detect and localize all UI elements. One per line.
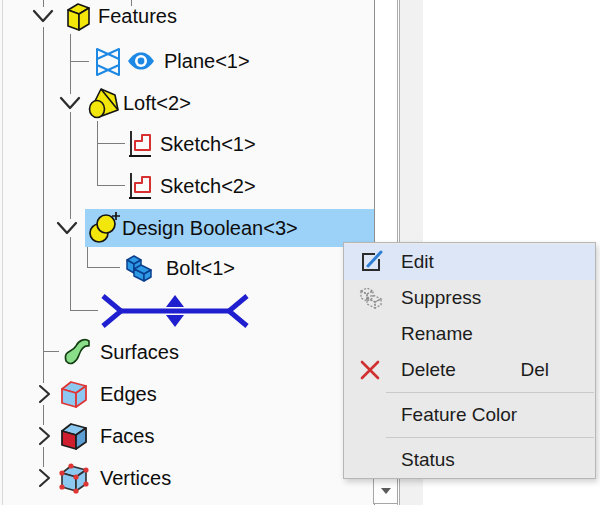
menu-item-feature-color[interactable]: Feature Color: [344, 397, 595, 433]
plane-icon: [90, 44, 124, 80]
loft-icon: [87, 86, 121, 120]
tree-item-loft[interactable]: Loft<2>: [123, 93, 191, 113]
faces-cube-icon: [59, 421, 90, 452]
rollback-marker-icon[interactable]: [100, 290, 250, 332]
tree-item-sketch-1[interactable]: Sketch<1>: [160, 134, 256, 154]
tree-connector-line: [87, 267, 120, 268]
tree-item-sketch-2[interactable]: Sketch<2>: [160, 176, 256, 196]
tree-connector-line: [70, 310, 98, 311]
tree-connector-line: [97, 185, 125, 186]
chevron-right-icon[interactable]: [36, 468, 52, 488]
suppress-cube-icon: [357, 284, 383, 312]
chevron-down-icon[interactable]: [59, 95, 81, 111]
menu-item-edit[interactable]: Edit: [344, 244, 595, 280]
tree-item-faces[interactable]: Faces: [100, 426, 154, 446]
eye-icon[interactable]: [127, 51, 155, 71]
bolt-icon: [122, 252, 156, 284]
tree-item-edges[interactable]: Edges: [100, 384, 157, 404]
menu-separator: [386, 392, 594, 393]
menu-item-label: Suppress: [401, 287, 481, 309]
sketch-icon: [127, 171, 153, 201]
vertices-cube-icon: [59, 463, 90, 494]
menu-item-status[interactable]: Status: [344, 442, 595, 478]
menu-item-label: Delete: [401, 359, 456, 381]
tree-item-vertices[interactable]: Vertices: [100, 468, 171, 488]
edit-icon: [357, 248, 383, 276]
tree-connector-line: [70, 61, 89, 62]
tree-item-bolt[interactable]: Bolt<1>: [166, 258, 235, 278]
tree-connector-line: [43, 351, 59, 352]
tree-connector-line: [43, 0, 44, 7]
tree-connector-line: [43, 405, 44, 425]
menu-item-label: Edit: [401, 251, 434, 273]
delete-x-icon: [357, 356, 383, 384]
surface-icon: [61, 336, 93, 368]
tree-connector-line: [97, 143, 125, 144]
chevron-right-icon[interactable]: [36, 384, 52, 404]
tree-connector-line: [70, 34, 71, 94]
edges-cube-icon: [59, 379, 90, 410]
menu-separator: [386, 437, 594, 438]
chevron-down-icon[interactable]: [56, 220, 78, 236]
menu-item-suppress[interactable]: Suppress: [344, 280, 595, 316]
menu-item-shortcut: Del: [520, 359, 549, 381]
menu-item-label: Rename: [401, 323, 473, 345]
sketch-icon: [127, 129, 153, 159]
menu-item-rename[interactable]: Rename: [344, 316, 595, 352]
context-menu: Edit Suppress Rename Delete Del Feature …: [343, 242, 596, 479]
feature-tree-panel: Features Plane<1> Loft<2> Sketch<1> Sket…: [0, 0, 374, 505]
menu-item-delete[interactable]: Delete Del: [344, 352, 595, 388]
tree-connector-line: [87, 247, 88, 267]
tree-connector-line: [70, 112, 71, 219]
menu-icon-spacer: [357, 446, 383, 474]
chevron-down-icon[interactable]: [32, 8, 54, 24]
app-window: Features Plane<1> Loft<2> Sketch<1> Sket…: [0, 0, 600, 505]
menu-item-label: Feature Color: [401, 404, 517, 426]
menu-item-label: Status: [401, 449, 455, 471]
menu-icon-spacer: [357, 320, 383, 348]
scrollbar-down-button[interactable]: [373, 478, 398, 504]
scroll-down-icon: [380, 487, 392, 495]
menu-icon-spacer: [357, 401, 383, 429]
box-icon: [62, 0, 94, 33]
tree-item-surfaces[interactable]: Surfaces: [100, 342, 179, 362]
tree-connector-line: [97, 121, 98, 186]
boolean-circles-icon: [86, 210, 120, 246]
tree-item-plane[interactable]: Plane<1>: [164, 51, 250, 71]
chevron-right-icon[interactable]: [36, 426, 52, 446]
panel-left-edge: [2, 0, 3, 505]
tree-connector-line: [43, 27, 44, 383]
tree-item-features[interactable]: Features: [98, 6, 177, 26]
tree-connector-line: [70, 237, 71, 311]
tree-item-design-boolean[interactable]: Design Boolean<3>: [122, 218, 298, 238]
tree-connector-line: [43, 447, 44, 467]
